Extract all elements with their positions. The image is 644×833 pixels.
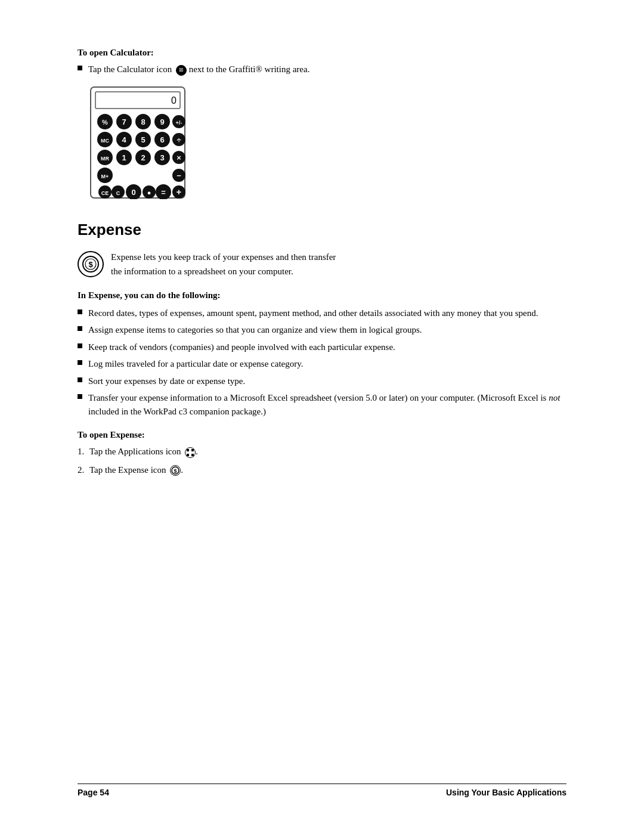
- svg-text:5: 5: [141, 135, 145, 144]
- bullet-icon: [78, 66, 82, 70]
- svg-text:1: 1: [122, 153, 126, 162]
- footer-page-number: Page 54: [78, 788, 109, 797]
- expense-bullet-text-4: Log miles traveled for a particular date…: [88, 357, 566, 371]
- svg-text:+: +: [177, 187, 182, 197]
- expense-bullet-list: Record dates, types of expenses, amount …: [78, 306, 566, 419]
- applications-icon: [185, 447, 196, 458]
- svg-text:3: 3: [160, 153, 164, 162]
- svg-rect-1: [95, 92, 180, 109]
- step-1-num: 1.: [78, 445, 89, 459]
- svg-text:+/-: +/-: [176, 120, 182, 126]
- svg-text:●: ●: [147, 189, 151, 196]
- svg-text:$: $: [174, 468, 177, 474]
- expense-title: Expense: [78, 221, 566, 239]
- svg-text:9: 9: [160, 117, 164, 126]
- expense-bullet-text-1: Record dates, types of expenses, amount …: [88, 306, 566, 320]
- calculator-image-wrapper: 0 % 7 8 9 +/- MC: [89, 86, 566, 199]
- expense-app-icon: $: [78, 251, 104, 277]
- page-footer: Page 54 Using Your Basic Applications: [78, 784, 566, 797]
- svg-text:×: ×: [177, 153, 181, 162]
- expense-step-icon: $: [170, 465, 181, 476]
- expense-bullet-2: Assign expense items to categories so th…: [78, 323, 566, 337]
- step-1: 1. Tap the Applications icon .: [78, 445, 566, 459]
- expense-bullet-6: Transfer your expense information to a M…: [78, 391, 566, 418]
- expense-bullet-4: Log miles traveled for a particular date…: [78, 357, 566, 371]
- expense-bullet-text-2: Assign expense items to categories so th…: [88, 323, 566, 337]
- expense-bullet-5: Sort your expenses by date or expense ty…: [78, 374, 566, 388]
- bullet-icon-2: [78, 326, 82, 331]
- calculator-section: To open Calculator: Tap the Calculator i…: [78, 48, 566, 199]
- bullet-icon-6: [78, 394, 82, 399]
- svg-rect-54: [187, 454, 189, 456]
- calculator-bullet-text: Tap the Calculator icon ⊞ next to the Gr…: [88, 63, 566, 76]
- expense-desc-line2: the information to a spreadsheet on your…: [111, 267, 293, 276]
- svg-text:=: =: [161, 188, 166, 197]
- svg-text:MR: MR: [101, 156, 109, 162]
- page-container: To open Calculator: Tap the Calculator i…: [0, 0, 644, 833]
- svg-text:0: 0: [131, 188, 135, 197]
- svg-text:6: 6: [160, 135, 164, 144]
- calculator-icon: ⊞: [176, 65, 187, 76]
- svg-text:M+: M+: [101, 174, 109, 179]
- expense-bullet-3: Keep track of vendors (companies) and pe…: [78, 340, 566, 354]
- expense-icon-svg: $: [82, 256, 99, 272]
- svg-text:7: 7: [122, 117, 126, 126]
- following-heading: In Expense, you can do the following:: [78, 290, 566, 301]
- bullet-icon-4: [78, 360, 82, 365]
- svg-rect-53: [191, 449, 194, 451]
- step-2-num: 2.: [78, 463, 89, 477]
- calculator-svg: 0 % 7 8 9 +/- MC: [89, 86, 186, 199]
- expense-description-text: Expense lets you keep track of your expe…: [111, 250, 566, 278]
- svg-text:0: 0: [171, 95, 177, 106]
- calculator-heading: To open Calculator:: [78, 48, 566, 58]
- expense-bullet-1: Record dates, types of expenses, amount …: [78, 306, 566, 320]
- svg-text:4: 4: [122, 135, 126, 144]
- svg-text:8: 8: [141, 117, 145, 126]
- svg-text:%: %: [102, 119, 108, 126]
- footer-section-label: Using Your Basic Applications: [446, 788, 566, 797]
- expense-bullet-text-6: Transfer your expense information to a M…: [88, 391, 566, 418]
- expense-description-block: $ Expense lets you keep track of your ex…: [78, 250, 566, 278]
- calculator-bullet: Tap the Calculator icon ⊞ next to the Gr…: [78, 63, 566, 76]
- bullet-icon-1: [78, 309, 82, 314]
- expense-bullet-text-3: Keep track of vendors (companies) and pe…: [88, 340, 566, 354]
- expense-bullet-text-5: Sort your expenses by date or expense ty…: [88, 374, 566, 388]
- svg-text:−: −: [177, 171, 181, 180]
- svg-rect-55: [191, 454, 194, 456]
- expense-desc-line1: Expense lets you keep track of your expe…: [111, 252, 336, 262]
- svg-text:MC: MC: [101, 138, 109, 144]
- step-2: 2. Tap the Expense icon $ .: [78, 463, 566, 477]
- svg-text:$: $: [88, 260, 93, 269]
- svg-rect-52: [187, 449, 189, 451]
- bullet-icon-5: [78, 377, 82, 382]
- step-2-text: Tap the Expense icon $ .: [89, 463, 183, 477]
- svg-text:CE: CE: [101, 190, 109, 196]
- bullet-icon-3: [78, 343, 82, 348]
- svg-text:C: C: [116, 190, 120, 196]
- expense-section: Expense $ Expense lets you keep track of…: [78, 221, 566, 477]
- svg-text:2: 2: [141, 153, 145, 162]
- open-expense-heading: To open Expense:: [78, 430, 566, 440]
- svg-text:÷: ÷: [177, 135, 181, 144]
- step-1-text: Tap the Applications icon .: [89, 445, 198, 459]
